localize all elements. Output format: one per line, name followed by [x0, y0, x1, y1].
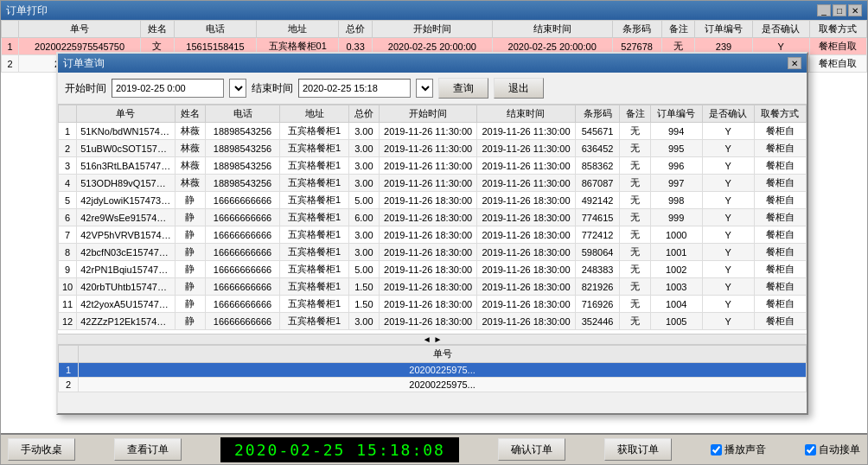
- dialog-table-cell: 餐柜自: [754, 192, 806, 209]
- dialog-table-cell: 林薇: [175, 140, 205, 157]
- dialog-table-cell: 545671: [575, 123, 620, 140]
- dialog-table-cell: 248383: [575, 261, 620, 278]
- dialog-table-row[interactable]: 542jdyLowiK1574734111静16666666666五宾格餐柜15…: [59, 192, 807, 209]
- dialog-table-cell: 858362: [575, 157, 620, 175]
- col-end: 结束时间: [492, 21, 612, 38]
- dialog-table-row[interactable]: 1242ZZzP12Ek1574756675静16666666666五宾格餐柜1…: [59, 313, 807, 330]
- dialog-table-row[interactable]: 4513ODH89vQ1574733224林薇18898543256五宾格餐柜1…: [59, 175, 807, 192]
- end-time-dropdown[interactable]: [416, 79, 433, 98]
- dialog-bottom-row[interactable]: 220200225975...: [59, 378, 807, 392]
- dialog-table-cell: 餐柜自: [754, 175, 806, 192]
- dialog-table-cell: 2019-11-26 18:30:00: [379, 313, 476, 330]
- dialog-table-cell: 无: [620, 244, 650, 261]
- dialog-table-cell: 772412: [575, 226, 620, 244]
- dialog-table-cell: 2019-11-26 11:30:00: [477, 175, 575, 192]
- dialog-table-cell: 无: [620, 192, 650, 209]
- dialog-table-cell: 餐柜自: [754, 157, 806, 175]
- dialog-table-cell: 51uBW0cSOT1574733...: [77, 140, 175, 157]
- dialog-table-cell: 2019-11-26 18:30:00: [477, 244, 575, 261]
- dialog-table-cell: 2019-11-26 18:30:00: [477, 209, 575, 226]
- dcol-end: 结束时间: [477, 105, 575, 123]
- dialog-table-cell: 2019-11-26 18:30:00: [379, 209, 476, 226]
- dialog-table-cell: 16666666666: [205, 278, 280, 296]
- sound-checkbox-label[interactable]: 播放声音: [711, 443, 766, 457]
- start-time-dropdown[interactable]: [229, 79, 246, 98]
- dialog-table-cell: 餐柜自: [754, 313, 806, 330]
- dialog-bottom-table: 单号 120200225975...220200225975...: [58, 345, 807, 392]
- dialog-table-cell: Y: [702, 261, 754, 278]
- dialog-table-cell: 2019-11-26 18:30:00: [379, 278, 476, 296]
- dialog-table-cell: 2019-11-26 18:30:00: [477, 192, 575, 209]
- dialog-table-cell: 995: [650, 140, 702, 157]
- query-button[interactable]: 查询: [438, 78, 488, 99]
- dialog-overlay: 订单查询 ✕ 开始时间 结束时间 查询 退出 单号: [0, 0, 868, 465]
- col-num: [2, 21, 19, 38]
- order-query-dialog: 订单查询 ✕ 开始时间 结束时间 查询 退出 单号: [56, 52, 808, 415]
- dialog-table-cell: 1.50: [348, 296, 379, 313]
- dialog-table-row[interactable]: 151KNo/bdWN1574733...林薇18898543256五宾格餐柜1…: [59, 123, 807, 140]
- dialog-table-cell: 42VP5hVRVB15747341...: [77, 226, 175, 244]
- dialog-table-cell: 3.00: [348, 157, 379, 175]
- col-phone: 电话: [174, 21, 256, 38]
- dialog-table-cell: Y: [702, 175, 754, 192]
- dialog-table-cell: 静: [175, 261, 205, 278]
- dialog-bottom-row[interactable]: 120200225975...: [59, 363, 807, 378]
- dialog-table-cell: 五宾格餐柜1: [280, 313, 349, 330]
- dcol-pickup: 取餐方式: [754, 105, 806, 123]
- dialog-table-row[interactable]: 1142t2yoxA5U1574736224静16666666666五宾格餐柜1…: [59, 296, 807, 313]
- view-order-button[interactable]: 查看订单: [114, 438, 182, 461]
- dialog-bottom-cell: 1: [59, 363, 79, 378]
- dialog-table-cell: 无: [620, 209, 650, 226]
- dialog-table-cell: 42jdyLowiK1574734111: [77, 192, 175, 209]
- minimize-button[interactable]: _: [817, 4, 831, 16]
- dialog-table-row[interactable]: 251uBW0cSOT1574733...林薇18898543256五宾格餐柜1…: [59, 140, 807, 157]
- dcol-name: 姓名: [175, 105, 205, 123]
- start-time-input[interactable]: [112, 79, 224, 98]
- dialog-table-row[interactable]: 742VP5hVRVB15747341...静16666666666五宾格餐柜1…: [59, 226, 807, 244]
- exit-button[interactable]: 退出: [494, 78, 544, 99]
- dialog-close-button[interactable]: ✕: [788, 57, 801, 69]
- auto-accept-checkbox[interactable]: [805, 444, 816, 455]
- dialog-table-cell: 513ODH89vQ1574733224: [77, 175, 175, 192]
- dialog-table-cell: 静: [175, 226, 205, 244]
- dialog-table-cell: 18898543256: [205, 140, 280, 157]
- dialog-table-cell: 静: [175, 244, 205, 261]
- sound-label: 播放声音: [724, 443, 766, 457]
- dialog-table-cell: 3.00: [348, 175, 379, 192]
- end-time-input[interactable]: [298, 79, 411, 98]
- dialog-bottom-header: 单号: [59, 346, 807, 363]
- dialog-table-cell: 42rPN1Bqiu1574734561: [77, 261, 175, 278]
- col-pickup: 取餐方式: [809, 21, 866, 38]
- dialog-table-cell: 五宾格餐柜1: [280, 261, 349, 278]
- col-id: 单号: [19, 21, 141, 38]
- manual-clear-button[interactable]: 手动收桌: [8, 438, 75, 461]
- auto-accept-checkbox-label[interactable]: 自动接单: [805, 443, 860, 457]
- confirm-order-button[interactable]: 确认订单: [498, 438, 565, 461]
- dialog-table-cell: 774615: [575, 209, 620, 226]
- maximize-button[interactable]: □: [833, 4, 846, 16]
- dialog-table-cell: 2019-11-26 18:30:00: [477, 296, 575, 313]
- dialog-table-cell: Y: [702, 278, 754, 296]
- dialog-table-row[interactable]: 942rPN1Bqiu1574734561静16666666666五宾格餐柜15…: [59, 261, 807, 278]
- dcol-total: 总价: [348, 105, 379, 123]
- dialog-table-cell: 静: [175, 209, 205, 226]
- dialog-table-row[interactable]: 842bcfN03cE1574734229静16666666666五宾格餐柜13…: [59, 244, 807, 261]
- table-cell: 1: [2, 38, 19, 55]
- dialog-table-cell: 无: [620, 296, 650, 313]
- fetch-order-button[interactable]: 获取订单: [604, 438, 672, 461]
- dialog-table-row[interactable]: 3516n3RtLBA1574733224林薇18898543256五宾格餐柜1…: [59, 157, 807, 175]
- sound-checkbox[interactable]: [711, 444, 722, 455]
- main-table-header: 单号 姓名 电话 地址 总价 开始时间 结束时间 条形码 备注 订单编号 是否确…: [2, 21, 867, 38]
- dialog-table-cell: 3.00: [348, 226, 379, 244]
- dialog-table-row[interactable]: 642re9WsEe91574734184静16666666666五宾格餐柜16…: [59, 209, 807, 226]
- dialog-table-cell: 五宾格餐柜1: [280, 175, 349, 192]
- dialog-table-cell: 16666666666: [205, 244, 280, 261]
- dialog-table-cell: 1005: [650, 313, 702, 330]
- dialog-table-cell: 16666666666: [205, 296, 280, 313]
- dialog-table-cell: 2019-11-26 11:30:00: [379, 123, 476, 140]
- dialog-table-cell: 9: [59, 261, 77, 278]
- close-button[interactable]: ✕: [848, 4, 862, 16]
- dialog-table-row[interactable]: 10420rbTUhtb1574736121静16666666666五宾格餐柜1…: [59, 278, 807, 296]
- start-time-label: 开始时间: [65, 81, 106, 96]
- dialog-table-cell: 餐柜自: [754, 140, 806, 157]
